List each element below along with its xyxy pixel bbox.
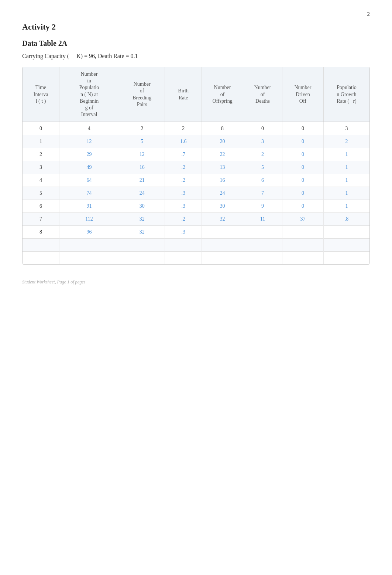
data-table-wrapper: TimeInterval ( t ) NumberinPopulation ( … xyxy=(22,67,370,265)
cell-time: 5 xyxy=(23,187,59,200)
cell-deaths: 0 xyxy=(243,122,282,135)
table-row: 46421.216601 xyxy=(23,174,369,187)
carrying-capacity-label: Carrying Capacity ( xyxy=(22,53,69,59)
table-header-row: TimeInterval ( t ) NumberinPopulation ( … xyxy=(23,67,369,122)
table-row: 04228003 xyxy=(23,122,369,135)
table-row-empty: -------- xyxy=(23,239,369,252)
carrying-capacity-line: Carrying Capacity ( K) = 96, Death Rate … xyxy=(22,53,370,59)
data-table: TimeInterval ( t ) NumberinPopulation ( … xyxy=(23,67,369,264)
page-number: 2 xyxy=(367,11,370,17)
cell-driven: 0 xyxy=(282,187,323,200)
cell-growth: 1 xyxy=(323,200,369,213)
cell-driven: 0 xyxy=(282,200,323,213)
cell-pop: 29 xyxy=(59,148,119,161)
col-header-deaths: NumberofDeaths xyxy=(243,67,282,122)
cell-deaths: 7 xyxy=(243,187,282,200)
cell-breed: 30 xyxy=(119,200,165,213)
cell-offspring: 20 xyxy=(202,135,243,148)
table-row: 89632.3 xyxy=(23,226,369,239)
cell-breed: 16 xyxy=(119,161,165,174)
col-header-time: TimeInterval ( t ) xyxy=(23,67,59,122)
cell-offspring: 24 xyxy=(202,187,243,200)
table-row: 34916.213501 xyxy=(23,161,369,174)
activity-title: Activity 2 xyxy=(22,22,370,32)
cell-offspring xyxy=(202,226,243,239)
col-header-breed: NumberofBreedingPairs xyxy=(119,67,165,122)
cell-deaths xyxy=(243,226,282,239)
cell-deaths: 6 xyxy=(243,174,282,187)
cell-birth: .3 xyxy=(165,187,202,200)
cell-breed: 5 xyxy=(119,135,165,148)
cell-breed: 32 xyxy=(119,226,165,239)
cell-birth: .7 xyxy=(165,148,202,161)
cell-time: 7 xyxy=(23,213,59,226)
cell-time: 4 xyxy=(23,174,59,187)
table-row: 57424.324701 xyxy=(23,187,369,200)
cell-driven: 0 xyxy=(282,148,323,161)
cell-breed: 21 xyxy=(119,174,165,187)
cell-growth: 3 xyxy=(323,122,369,135)
cell-breed: 2 xyxy=(119,122,165,135)
cell-pop: 112 xyxy=(59,213,119,226)
cell-driven: 0 xyxy=(282,161,323,174)
cell-growth: 1 xyxy=(323,161,369,174)
cell-deaths: 2 xyxy=(243,148,282,161)
cell-driven: 0 xyxy=(282,135,323,148)
footer-note: Student Worksheet, Page 1 of pages xyxy=(22,279,370,285)
cell-time: 0 xyxy=(23,122,59,135)
cell-time: 8 xyxy=(23,226,59,239)
cell-offspring: 22 xyxy=(202,148,243,161)
cell-birth: .3 xyxy=(165,226,202,239)
cell-breed: 12 xyxy=(119,148,165,161)
cell-pop: 64 xyxy=(59,174,119,187)
table-row: 711232.2321137.8 xyxy=(23,213,369,226)
cell-growth: 2 xyxy=(323,135,369,148)
cell-deaths: 11 xyxy=(243,213,282,226)
cell-pop: 4 xyxy=(59,122,119,135)
cell-offspring: 30 xyxy=(202,200,243,213)
cell-growth xyxy=(323,226,369,239)
cell-pop: 74 xyxy=(59,187,119,200)
cell-birth: .3 xyxy=(165,200,202,213)
cell-offspring: 8 xyxy=(202,122,243,135)
cell-growth: 1 xyxy=(323,174,369,187)
cell-pop: 96 xyxy=(59,226,119,239)
cell-driven: 0 xyxy=(282,174,323,187)
cell-time: 2 xyxy=(23,148,59,161)
cell-birth: 2 xyxy=(165,122,202,135)
table-row: 22912.722201 xyxy=(23,148,369,161)
cell-deaths: 9 xyxy=(243,200,282,213)
col-header-pop: NumberinPopulation ( N) atBeginning ofIn… xyxy=(59,67,119,122)
cell-driven: 0 xyxy=(282,122,323,135)
cell-growth: 1 xyxy=(323,187,369,200)
cell-breed: 24 xyxy=(119,187,165,200)
cell-growth: 1 xyxy=(323,148,369,161)
col-header-growth: Population GrowthRate ( r) xyxy=(323,67,369,122)
cell-offspring: 13 xyxy=(202,161,243,174)
cell-offspring: 16 xyxy=(202,174,243,187)
cell-time: 1 xyxy=(23,135,59,148)
cell-birth: 1.6 xyxy=(165,135,202,148)
table-row-empty: -------- xyxy=(23,252,369,265)
cell-deaths: 3 xyxy=(243,135,282,148)
cell-time: 6 xyxy=(23,200,59,213)
cell-pop: 12 xyxy=(59,135,119,148)
cell-deaths: 5 xyxy=(243,161,282,174)
cell-driven: 37 xyxy=(282,213,323,226)
cell-time: 3 xyxy=(23,161,59,174)
cell-birth: .2 xyxy=(165,161,202,174)
col-header-driven: NumberDrivenOff xyxy=(282,67,323,122)
cell-pop: 91 xyxy=(59,200,119,213)
col-header-offspring: NumberofOffspring xyxy=(202,67,243,122)
cell-offspring: 32 xyxy=(202,213,243,226)
cell-growth: .8 xyxy=(323,213,369,226)
carrying-capacity-value: K) = 96, Death Rate = 0.1 xyxy=(76,53,138,59)
table-row: 11251.620302 xyxy=(23,135,369,148)
col-header-birth: BirthRate xyxy=(165,67,202,122)
cell-birth: .2 xyxy=(165,174,202,187)
table-row: 69130.330901 xyxy=(23,200,369,213)
cell-driven xyxy=(282,226,323,239)
cell-birth: .2 xyxy=(165,213,202,226)
cell-pop: 49 xyxy=(59,161,119,174)
data-table-title: Data Table 2A xyxy=(22,39,370,48)
